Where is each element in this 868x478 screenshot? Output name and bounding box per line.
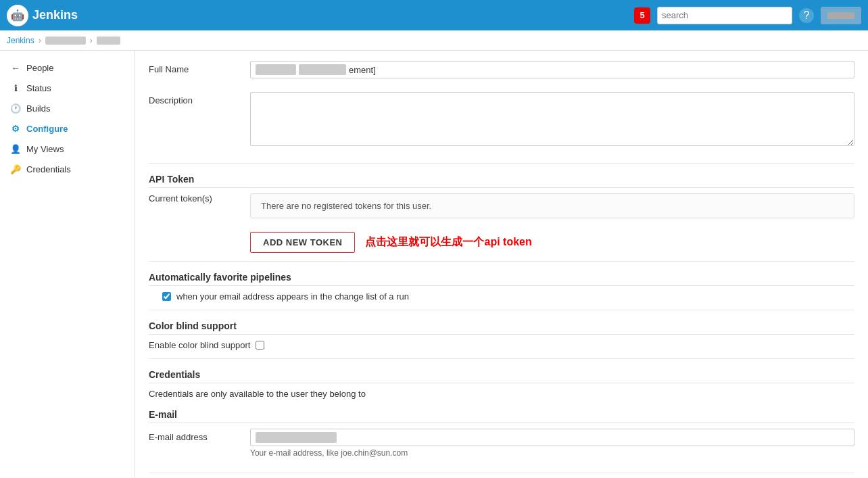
full-name-blurred2 <box>299 64 346 75</box>
search-input[interactable] <box>657 7 792 24</box>
credentials-desc: Credentials are only available to the us… <box>149 389 854 399</box>
jenkins-logo-icon: 🤖 <box>7 5 28 26</box>
api-token-header: API Token <box>149 174 854 188</box>
auto-favorite-header: Automatically favorite pipelines <box>149 272 854 286</box>
sidebar-item-credentials[interactable]: 🔑 Credentials <box>0 159 135 179</box>
description-row: Description <box>149 92 854 155</box>
help-icon[interactable]: ? <box>799 8 814 23</box>
auto-favorite-checkbox[interactable] <box>162 292 171 301</box>
annotation-text: 点击这里就可以生成一个api token <box>365 235 531 249</box>
divider1 <box>149 163 854 164</box>
sidebar: ← People ℹ Status 🕐 Builds ⚙ Configure 👤… <box>0 51 135 478</box>
description-control <box>250 92 854 148</box>
breadcrumb-separator: › <box>39 36 41 45</box>
full-name-suffix: ement] <box>349 65 376 75</box>
gear-icon: ⚙ <box>10 123 21 134</box>
email-row: E-mail address Your e-mail address, like… <box>149 429 854 464</box>
color-blind-checkbox[interactable] <box>256 341 264 350</box>
sidebar-label-builds: Builds <box>26 103 50 114</box>
clock-icon: 🕐 <box>10 103 21 114</box>
breadcrumb-jenkins-link[interactable]: Jenkins <box>7 36 34 45</box>
layout: ← People ℹ Status 🕐 Builds ⚙ Configure 👤… <box>0 51 868 478</box>
color-blind-checkbox-row: Enable color blind support <box>149 340 854 350</box>
sidebar-item-people[interactable]: ← People <box>0 57 135 78</box>
user-menu-button[interactable] <box>821 7 861 24</box>
email-control: Your e-mail address, like joe.chin@sun.c… <box>250 429 854 458</box>
sidebar-label-credentials: Credentials <box>26 164 71 174</box>
sidebar-item-my-views[interactable]: 👤 My Views <box>0 139 135 159</box>
full-name-row: Full Name ement] <box>149 61 854 85</box>
description-label: Description <box>149 92 250 105</box>
person-icon: 👤 <box>10 143 21 154</box>
sidebar-label-status: Status <box>26 83 51 93</box>
full-name-blurred1 <box>256 64 296 75</box>
sidebar-label-people: People <box>26 63 53 73</box>
add-new-token-button[interactable]: ADD NEW TOKEN <box>250 232 355 253</box>
sidebar-label-my-views: My Views <box>26 144 64 154</box>
breadcrumb-user-blurred <box>45 37 86 45</box>
color-blind-row: Enable color blind support <box>149 340 854 350</box>
full-name-control: ement] <box>250 61 854 78</box>
main-content: Full Name ement] Description API Token C… <box>135 51 868 478</box>
divider3 <box>149 310 854 310</box>
divider5 <box>149 473 854 473</box>
full-name-label: Full Name <box>149 61 250 74</box>
logo: 🤖 Jenkins <box>7 5 78 26</box>
divider4 <box>149 358 854 359</box>
auto-favorite-row: when your email address appears in the c… <box>162 291 854 302</box>
sidebar-item-configure[interactable]: ⚙ Configure <box>0 118 135 139</box>
color-blind-checkbox-label: Enable color blind support <box>149 340 250 350</box>
token-box: There are no registered tokens for this … <box>250 193 854 218</box>
current-tokens-label: Current token(s) <box>149 193 250 204</box>
email-blurred <box>256 432 337 443</box>
key-icon: 🔑 <box>10 164 21 174</box>
sidebar-item-builds[interactable]: 🕐 Builds <box>0 98 135 118</box>
breadcrumb: Jenkins › › <box>0 30 868 51</box>
auto-favorite-checkbox-row: when your email address appears in the c… <box>162 291 854 302</box>
header: 🤖 Jenkins 5 ? <box>0 0 868 30</box>
color-blind-header: Color blind support <box>149 320 854 335</box>
notification-badge[interactable]: 5 <box>634 7 650 24</box>
credentials-header: Credentials <box>149 369 854 383</box>
description-textarea[interactable] <box>250 92 854 146</box>
divider2 <box>149 261 854 262</box>
breadcrumb-page-blurred <box>97 37 120 45</box>
app-title: Jenkins <box>32 8 78 22</box>
breadcrumb-separator2: › <box>90 36 93 45</box>
api-token-row: Current token(s) There are no registered… <box>149 193 854 225</box>
email-address-label: E-mail address <box>149 429 250 442</box>
info-icon: ℹ <box>10 82 21 93</box>
sidebar-label-configure: Configure <box>26 124 68 134</box>
add-token-row: ADD NEW TOKEN 点击这里就可以生成一个api token <box>250 232 854 253</box>
arrow-left-icon: ← <box>10 62 21 73</box>
email-hint: Your e-mail address, like joe.chin@sun.c… <box>250 448 854 458</box>
auto-favorite-checkbox-label: when your email address appears in the c… <box>176 291 409 302</box>
email-header: E-mail <box>149 409 854 423</box>
no-tokens-text: There are no registered tokens for this … <box>261 201 431 211</box>
sidebar-item-status[interactable]: ℹ Status <box>0 78 135 98</box>
